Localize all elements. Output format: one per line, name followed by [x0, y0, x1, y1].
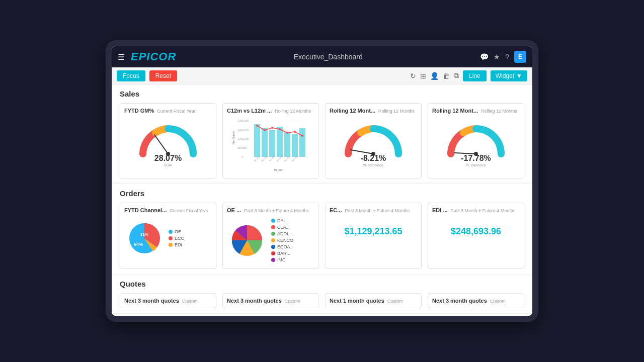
- rolling-1-value: -8.21%: [361, 154, 386, 163]
- rolling-2-subtitle: Rolling 12 Months: [481, 109, 517, 114]
- edi-dot: [169, 243, 173, 247]
- rolling-1-title: Rolling 12 Mont...: [330, 108, 375, 114]
- reset-button[interactable]: Reset: [149, 70, 177, 81]
- ecc-dot: [169, 236, 173, 240]
- quote-3-header: Next 1 month quotes Custom: [330, 298, 417, 304]
- svg-rect-15: [269, 130, 275, 157]
- dashboard-title: Executive_Dashboard: [176, 53, 480, 61]
- person-icon[interactable]: 👤: [430, 72, 439, 80]
- gauge-svg-2: [341, 119, 406, 159]
- refresh-icon[interactable]: ↻: [410, 72, 416, 80]
- rolling-2-header: Rolling 12 Mont... Rolling 12 Months: [432, 108, 520, 114]
- c12m-chart: Net Sales 2,000,000 1,500,000 1,000,000 …: [227, 117, 314, 172]
- orders-widgets-row: FYTD Channel... Current Fiscal Year: [120, 203, 524, 269]
- legend-addi: ADDI...: [271, 231, 294, 236]
- quote-4-title: Next 3 month quotes: [432, 298, 487, 304]
- delete-icon[interactable]: 🗑: [443, 72, 450, 80]
- quote-3-subtitle: Custom: [387, 299, 403, 304]
- svg-text:500,000: 500,000: [237, 146, 247, 149]
- edi-title: EDI ...: [432, 207, 448, 213]
- svg-point-25: [294, 131, 296, 133]
- c12m-subtitle: Rolling 12 Months: [275, 109, 311, 114]
- quote-1-subtitle: Custom: [182, 299, 198, 304]
- quote-card-3: Next 1 month quotes Custom: [325, 293, 422, 308]
- rolling-1-label: % Variance: [363, 163, 383, 167]
- legend-oe: OE: [169, 229, 184, 234]
- rolling-12m-2-widget: Rolling 12 Mont... Rolling 12 Months: [428, 103, 524, 178]
- legend-cla: CLA...: [271, 225, 294, 230]
- fytd-pie-legend: OE ECC EDI: [169, 229, 184, 247]
- oe-title: OE ...: [227, 207, 241, 213]
- main-content: Sales FYTD GM% Current Fiscal Year: [112, 84, 532, 316]
- oe-pie-svg: [227, 220, 267, 260]
- quote-4-subtitle: Custom: [490, 299, 506, 304]
- svg-line-0: [154, 135, 168, 154]
- widget-dropdown-icon: ▼: [516, 72, 522, 79]
- svg-point-21: [264, 129, 266, 131]
- ec-title: EC...: [330, 207, 342, 213]
- quote-1-title: Next 3 month quotes: [124, 298, 179, 304]
- quote-4-header: Next 3 month quotes Custom: [432, 298, 520, 304]
- sales-title: Sales: [120, 89, 524, 98]
- dal-label: DAL...: [277, 218, 290, 223]
- quote-card-1: Next 3 month quotes Custom: [120, 293, 216, 308]
- user-button[interactable]: E: [514, 51, 526, 63]
- legend-imc: IMC: [271, 257, 294, 262]
- svg-rect-17: [284, 132, 290, 157]
- ecc-label: ECC: [175, 236, 184, 241]
- svg-rect-18: [292, 134, 298, 157]
- svg-text:1,000,000: 1,000,000: [237, 137, 249, 140]
- table-icon[interactable]: ⊞: [420, 72, 426, 80]
- fytd-pie-svg: 31% 64%: [124, 218, 165, 258]
- widget-button[interactable]: Widget ▼: [491, 70, 527, 81]
- oe-widget: OE ... Past 3 Month + Future 4 Months: [222, 203, 319, 269]
- toolbar: Focus Reset ↻ ⊞ 👤 🗑 ⧉ Line Widget ▼: [112, 67, 532, 84]
- quote-2-title: Next 3 month quotes: [227, 298, 282, 304]
- legend-dal: DAL...: [271, 218, 294, 223]
- fytd-gm-value: 28.07%: [154, 154, 182, 163]
- oe-subtitle: Past 3 Month + Future 4 Months: [244, 208, 309, 213]
- toolbar-right: ↻ ⊞ 👤 🗑 ⧉ Line Widget ▼: [410, 70, 527, 81]
- oe-label: OE: [175, 229, 181, 234]
- addi-label: ADDI...: [277, 231, 292, 236]
- sales-section: Sales FYTD GM% Current Fiscal Year: [112, 84, 532, 184]
- fytd-channel-widget: FYTD Channel... Current Fiscal Year: [120, 203, 216, 269]
- svg-point-24: [286, 132, 288, 134]
- sales-widgets-row: FYTD GM% Current Fiscal Year: [120, 103, 524, 178]
- ecoa-dot: [271, 245, 275, 249]
- widget-label: Widget: [496, 72, 514, 79]
- orders-title: Orders: [120, 189, 524, 198]
- svg-text:2,000,000: 2,000,000: [237, 119, 249, 122]
- svg-rect-16: [277, 127, 283, 157]
- svg-point-20: [256, 125, 258, 127]
- star-icon[interactable]: ★: [494, 53, 500, 61]
- fytd-gm-title: FYTD GM%: [124, 108, 154, 114]
- addi-dot: [271, 232, 275, 236]
- fytd-gm-subtitle: Current Fiscal Year: [157, 109, 196, 114]
- help-icon[interactable]: ?: [505, 53, 509, 61]
- focus-button[interactable]: Focus: [117, 70, 145, 81]
- line-button[interactable]: Line: [463, 70, 487, 81]
- c12m-header: C12m vs L12m ... Rolling 12 Months: [227, 108, 314, 114]
- chat-icon[interactable]: 💬: [480, 53, 489, 61]
- fytd-gm-header: FYTD GM% Current Fiscal Year: [124, 108, 212, 114]
- cla-label: CLA...: [277, 225, 290, 230]
- svg-text:0: 0: [242, 155, 243, 158]
- rolling-1-subtitle: Rolling 12 Months: [378, 109, 415, 114]
- tablet-screen: ☰ EPICOR Executive_Dashboard 💬 ★ ? E Foc…: [112, 46, 532, 316]
- svg-rect-19: [299, 128, 305, 157]
- menu-icon[interactable]: ☰: [118, 52, 125, 62]
- copy-icon[interactable]: ⧉: [454, 71, 459, 80]
- quote-1-header: Next 3 month quotes Custom: [124, 298, 212, 304]
- oe-header: OE ... Past 3 Month + Future 4 Months: [227, 207, 314, 213]
- quote-3-title: Next 1 month quotes: [330, 298, 384, 304]
- dal-dot: [271, 219, 275, 223]
- fytd-gm-widget: FYTD GM% Current Fiscal Year: [120, 103, 216, 178]
- svg-point-23: [279, 128, 281, 130]
- kenco-dot: [271, 238, 275, 242]
- svg-text:31%: 31%: [140, 232, 148, 237]
- fytd-channel-title: FYTD Channel...: [124, 207, 167, 213]
- rolling-12m-1-widget: Rolling 12 Mont... Rolling 12 Months: [325, 103, 422, 178]
- fytd-gm-label: Sum: [164, 163, 172, 167]
- header-icons-group: 💬 ★ ? E: [480, 51, 526, 63]
